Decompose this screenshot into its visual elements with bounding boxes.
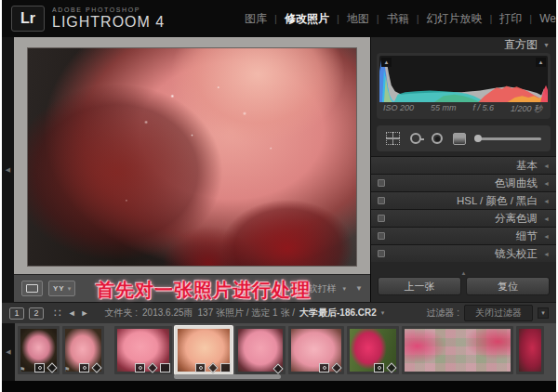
loupe-view-button[interactable] (21, 281, 43, 296)
thumbnail-7[interactable] (347, 326, 399, 374)
crop-badge-icon[interactable] (319, 363, 329, 372)
crop-badge-icon[interactable] (79, 363, 89, 372)
adjustments-badge-icon[interactable] (386, 362, 396, 372)
panel-label: 分离色调 (495, 212, 538, 226)
chevron-down-icon: ▾ (343, 285, 347, 293)
crop-badge-icon[interactable] (195, 363, 206, 372)
thumbnail-2[interactable]: ⚑ (62, 326, 104, 374)
panel-label: 细节 (516, 229, 538, 243)
module-book[interactable]: 书籍 (387, 11, 409, 27)
filmstrip-collapse-strip[interactable]: ◀ (2, 323, 15, 381)
main-area: ◀ YY ▾ 首先对一张照片进行处理 软打样 ▾ (2, 37, 556, 302)
panel-toggle[interactable] (378, 232, 385, 240)
expand-filmstrip-icon[interactable]: ◀ (6, 348, 10, 356)
left-panel-collapsed[interactable]: ◀ (2, 37, 14, 302)
panel-basic[interactable]: 基本 ◄ (371, 156, 556, 174)
thumbnail-4-selected[interactable] (175, 326, 232, 374)
flag-icon: ⚑ (20, 366, 25, 372)
crop-tool-icon[interactable] (386, 132, 400, 145)
histogram-title: 直方图 (504, 37, 538, 53)
adjustments-badge-icon[interactable] (272, 363, 283, 373)
monitor-2-button[interactable]: 2 (29, 307, 44, 320)
grid-view-icon[interactable]: ∷ (54, 307, 61, 320)
menu-separator: | (417, 13, 419, 24)
selected-file-name: 大学最后-186.CR2 (299, 307, 377, 320)
crop-badge-icon[interactable] (135, 363, 145, 372)
before-after-button[interactable]: YY ▾ (48, 281, 75, 296)
adjustments-badge-icon[interactable] (46, 362, 57, 372)
thumbnail-6[interactable] (288, 326, 344, 374)
brand-line-large: LIGHTROOM 4 (52, 14, 165, 31)
forward-arrow-icon[interactable]: ► (81, 308, 89, 318)
thumbnail-1[interactable]: ⚑ (18, 326, 60, 374)
thumbnail-3[interactable] (114, 326, 172, 374)
module-web[interactable]: We (539, 12, 556, 25)
histogram-header[interactable]: 直方图 ▼ (371, 37, 556, 53)
tool-strip (377, 125, 551, 151)
panel-tone-curve[interactable]: 色调曲线 ◄ (371, 174, 556, 191)
panel-toggle[interactable] (378, 197, 385, 204)
panel-toggle[interactable] (378, 215, 385, 222)
filter-dropdown[interactable]: 关闭过滤器 (464, 305, 533, 321)
adjustment-brush-slider[interactable] (476, 137, 541, 140)
flag-icon: ⚑ (64, 366, 70, 372)
module-picker: 图库 | 修改照片 | 地图 | 书籍 | 幻灯片放映 | 打印 | We (245, 11, 556, 27)
collapse-arrow-icon: ◄ (543, 251, 550, 257)
metadata-badge-icon[interactable] (220, 363, 231, 372)
red-eye-icon[interactable] (432, 133, 443, 144)
previous-button[interactable]: 上一张 (378, 277, 461, 295)
expand-left-panel-icon[interactable]: ◀ (6, 166, 10, 174)
thumbnail-8-censored[interactable] (402, 326, 513, 374)
highlight-clipping-indicator[interactable]: ▲ (536, 58, 546, 67)
folder-name: 2013.6.25雨 (142, 307, 193, 320)
back-arrow-icon[interactable]: ◄ (68, 308, 76, 318)
module-print[interactable]: 打印 (499, 11, 522, 27)
graduated-filter-icon[interactable] (453, 133, 466, 145)
exif-aperture: f / 5.6 (472, 103, 494, 115)
adjustments-badge-icon[interactable] (207, 362, 218, 372)
lightroom-logo: Lr (11, 6, 45, 32)
module-map[interactable]: 地图 (347, 11, 369, 27)
toolbar-options-icon[interactable]: ▼ (355, 284, 363, 293)
brand-block: ADOBE PHOTOSHOP LIGHTROOM 4 (52, 7, 165, 30)
adjustments-badge-icon[interactable] (91, 362, 101, 372)
panel-collapse-icon[interactable]: ▲ (378, 270, 550, 276)
reset-button[interactable]: 复位 (466, 277, 550, 295)
module-develop[interactable]: 修改照片 (285, 11, 329, 27)
adjustments-badge-icon[interactable] (147, 362, 157, 372)
crop-badge-icon[interactable] (374, 363, 384, 372)
panel-split-toning[interactable]: 分离色调 ◄ (371, 209, 556, 227)
filmstrip-toolbar: 1 2 ∷ ◄ ► 文件夹 : 2013.6.25雨 137 张照片 / 选定 … (2, 302, 556, 323)
center-column: YY ▾ 首先对一张照片进行处理 软打样 ▾ ▼ (14, 37, 370, 302)
exif-readout: ISO 200 55 mm f / 5.6 1/200 秒 (379, 102, 548, 116)
collapse-arrow-icon: ◄ (543, 198, 550, 204)
menu-separator: | (489, 13, 492, 24)
thumbnail-5[interactable] (235, 326, 286, 374)
source-indicator[interactable]: 文件夹 : 2013.6.25雨 137 张照片 / 选定 1 张 / 大学最后… (104, 307, 384, 320)
thumbnail-9[interactable] (516, 326, 544, 374)
folder-label: 文件夹 : (104, 307, 138, 320)
histogram-plot[interactable]: ▲ ▲ (379, 56, 548, 102)
adjustments-badge-icon[interactable] (331, 362, 341, 372)
panel-label: 基本 (516, 159, 538, 173)
photo-rose[interactable] (28, 48, 356, 266)
panel-lens-corrections[interactable]: 镜头校正 ◄ (371, 244, 556, 262)
crop-badge-icon[interactable] (34, 363, 45, 372)
metadata-badge-icon[interactable] (160, 363, 170, 372)
soft-proof-label: 软打样 (309, 282, 337, 295)
shadow-clipping-indicator[interactable]: ▲ (381, 58, 392, 67)
menu-separator: | (529, 13, 532, 24)
panel-toggle[interactable] (378, 179, 385, 187)
spot-removal-icon[interactable] (410, 133, 421, 144)
filter-dropdown-icon[interactable]: ▾ (538, 307, 549, 319)
panel-hsl-color-bw[interactable]: HSL / 颜色 / 黑白 ◄ (371, 191, 556, 209)
filmstrip-scrollbar[interactable] (174, 374, 281, 379)
panel-detail[interactable]: 细节 ◄ (371, 227, 556, 244)
before-after-icon: YY (53, 284, 65, 293)
module-library[interactable]: 图库 (245, 11, 267, 27)
bottom-bar (2, 381, 556, 392)
chevron-down-icon: ▾ (68, 285, 72, 293)
module-slideshow[interactable]: 幻灯片放映 (426, 11, 482, 27)
panel-toggle[interactable] (378, 250, 385, 257)
monitor-1-button[interactable]: 1 (9, 307, 24, 320)
